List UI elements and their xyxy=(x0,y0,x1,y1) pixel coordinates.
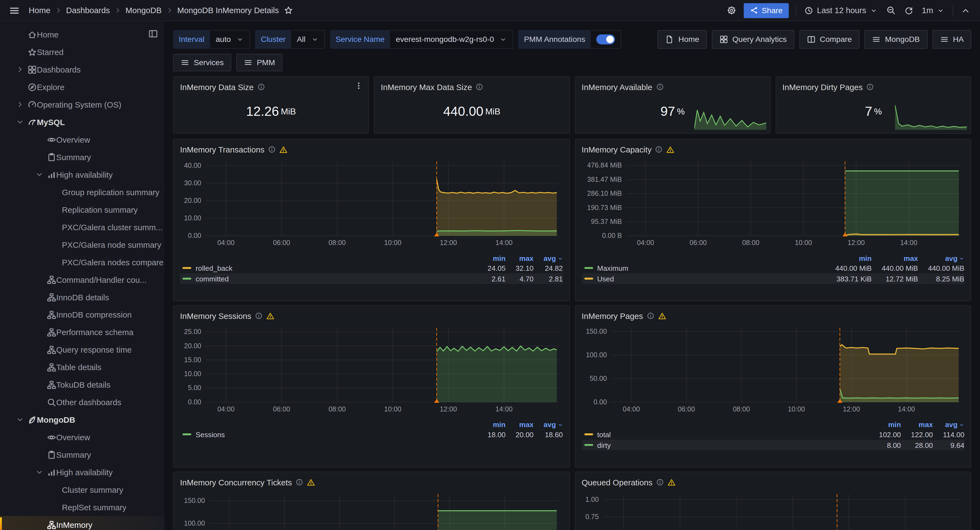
chevron-down-icon[interactable] xyxy=(32,468,47,476)
sidebar-item-dashboards[interactable]: Dashboards xyxy=(0,61,164,78)
sidebar-item-replication-summary[interactable]: Replication summary xyxy=(0,201,164,218)
panel-title[interactable]: InMemory Available xyxy=(582,82,652,91)
favorite-dashboard-button[interactable] xyxy=(280,2,297,18)
breadcrumb-item-home[interactable]: Home xyxy=(29,6,50,15)
info-icon[interactable] xyxy=(655,146,663,153)
legend-sort-min[interactable]: min xyxy=(869,420,901,429)
link-button-pmm[interactable]: PMM xyxy=(236,54,282,71)
menu-toggle-button[interactable] xyxy=(5,2,24,18)
info-icon[interactable] xyxy=(656,83,663,91)
sidebar-item-query-response-time[interactable]: Query response time xyxy=(0,341,164,358)
warning-icon[interactable] xyxy=(279,145,288,153)
legend-sort-max[interactable]: max xyxy=(506,420,533,429)
sidebar-item-inmemory[interactable]: InMemory xyxy=(0,516,164,530)
info-icon[interactable] xyxy=(258,83,265,91)
sidebar-item-performance-schema[interactable]: Performance schema xyxy=(0,323,164,341)
legend-series[interactable]: committed xyxy=(180,273,478,284)
legend-series[interactable]: Used xyxy=(582,273,826,284)
link-button-ha[interactable]: HA xyxy=(932,30,971,49)
legend-sort-avg[interactable]: avg xyxy=(533,254,563,263)
dashboard-settings-button[interactable] xyxy=(723,2,740,18)
breadcrumb-item-dashboards[interactable]: Dashboards xyxy=(66,6,110,15)
chevron-down-icon[interactable] xyxy=(32,171,47,178)
refresh-button[interactable] xyxy=(900,2,917,18)
variable-select-cluster[interactable]: All xyxy=(291,30,325,49)
legend-sort-max[interactable]: max xyxy=(872,254,918,263)
sidebar-item-overview[interactable]: Overview xyxy=(0,131,164,148)
chevron-right-icon[interactable] xyxy=(13,101,28,108)
legend-sort-avg[interactable]: avg xyxy=(533,420,563,429)
sidebar-item-other-dashboards[interactable]: Other dashboards xyxy=(0,393,164,411)
sidebar-item-operating-system-os[interactable]: Operating System (OS) xyxy=(0,96,164,113)
sidebar-item-overview[interactable]: Overview xyxy=(0,428,164,446)
legend-series[interactable]: dirty xyxy=(582,440,869,450)
sidebar-item-group-replication-summary[interactable]: Group replication summary xyxy=(0,183,164,201)
legend-sort-max[interactable]: max xyxy=(506,254,533,263)
collapse-controls-button[interactable] xyxy=(958,2,974,18)
info-icon[interactable] xyxy=(867,83,874,91)
info-icon[interactable] xyxy=(268,146,275,153)
panel-title[interactable]: InMemory Pages xyxy=(582,311,643,321)
panel-title[interactable]: InMemory Concurrency Tickets xyxy=(180,477,292,487)
info-icon[interactable] xyxy=(656,479,664,486)
legend-series[interactable]: Maximum xyxy=(582,263,826,273)
pmm-annotations-toggle[interactable] xyxy=(597,35,615,45)
warning-icon[interactable] xyxy=(668,478,676,486)
panel-title[interactable]: InMemory Capacity xyxy=(582,145,652,154)
variable-select-service-name[interactable]: everest-mongodb-w2g-rs0-0 xyxy=(390,30,513,49)
sidebar-item-home[interactable]: Home xyxy=(0,26,164,43)
info-icon[interactable] xyxy=(647,312,654,319)
warning-icon[interactable] xyxy=(307,478,315,486)
link-button-home[interactable]: Home xyxy=(658,30,707,49)
info-icon[interactable] xyxy=(296,479,303,486)
share-button[interactable]: Share xyxy=(744,3,789,18)
panel-title[interactable]: InMemory Transactions xyxy=(180,145,264,154)
sidebar-item-replset-summary[interactable]: ReplSet summary xyxy=(0,498,164,516)
panel-title[interactable]: InMemory Data Size xyxy=(180,82,254,91)
sidebar-item-explore[interactable]: Explore xyxy=(0,78,164,96)
sidebar-item-tokudb-details[interactable]: TokuDB details xyxy=(0,376,164,393)
sidebar-item-table-details[interactable]: Table details xyxy=(0,358,164,376)
panel-title[interactable]: InMemory Max Data Size xyxy=(381,82,472,91)
legend-series[interactable]: Sessions xyxy=(180,429,478,440)
legend-sort-avg[interactable]: avg xyxy=(933,420,964,429)
warning-icon[interactable] xyxy=(266,312,275,320)
sidebar-item-pxc-galera-node-summary[interactable]: PXC/Galera node summary xyxy=(0,236,164,253)
zoom-out-button[interactable] xyxy=(882,2,899,18)
sidebar-item-mysql[interactable]: MySQL xyxy=(0,113,164,131)
sidebar-item-high-availability[interactable]: High availability xyxy=(0,166,164,183)
time-range-picker[interactable]: Last 12 hours xyxy=(801,2,881,18)
chevron-right-icon[interactable] xyxy=(13,66,28,73)
link-button-services[interactable]: Services xyxy=(173,54,231,71)
sidebar-item-cluster-summary[interactable]: Cluster summary xyxy=(0,481,164,498)
sidebar-item-summary[interactable]: Summary xyxy=(0,446,164,463)
sidebar-item-pxc-galera-nodes-compare[interactable]: PXC/Galera nodes compare xyxy=(0,253,164,271)
legend-series[interactable]: total xyxy=(582,429,869,440)
info-icon[interactable] xyxy=(476,83,483,91)
sidebar-item-mongodb[interactable]: MongoDB xyxy=(0,411,164,428)
sidebar-item-high-availability[interactable]: High availability xyxy=(0,463,164,481)
link-button-query-analytics[interactable]: Query Analytics xyxy=(712,30,794,49)
legend-sort-min[interactable]: min xyxy=(825,254,871,263)
sidebar-item-pxc-galera-cluster-summ[interactable]: PXC/Galera cluster summ... xyxy=(0,218,164,236)
link-button-mongodb[interactable]: MongoDB xyxy=(864,30,927,49)
legend-series[interactable]: rolled_back xyxy=(180,263,478,273)
sidebar-item-innodb-compression[interactable]: InnoDB compression xyxy=(0,306,164,323)
sidebar-item-starred[interactable]: Starred xyxy=(0,43,164,61)
panel-title[interactable]: InMemory Sessions xyxy=(180,311,251,321)
warning-icon[interactable] xyxy=(658,312,666,320)
panel-menu-icon[interactable] xyxy=(355,81,363,93)
refresh-interval-select[interactable]: 1m xyxy=(918,2,948,18)
sidebar-item-summary[interactable]: Summary xyxy=(0,148,164,166)
sidebar-item-innodb-details[interactable]: InnoDB details xyxy=(0,288,164,306)
legend-sort-min[interactable]: min xyxy=(478,254,506,263)
panel-title[interactable]: InMemory Dirty Pages xyxy=(783,82,863,91)
sidebar-item-command-handler-cou[interactable]: Command/Handler cou... xyxy=(0,271,164,288)
info-icon[interactable] xyxy=(255,312,262,319)
legend-sort-avg[interactable]: avg xyxy=(918,254,964,263)
chevron-down-icon[interactable] xyxy=(13,416,28,423)
chevron-down-icon[interactable] xyxy=(13,118,28,126)
link-button-compare[interactable]: Compare xyxy=(799,30,859,49)
breadcrumb-item-mongodb-inmemory-details[interactable]: MongoDB InMemory Details xyxy=(177,6,279,15)
warning-icon[interactable] xyxy=(667,145,675,153)
